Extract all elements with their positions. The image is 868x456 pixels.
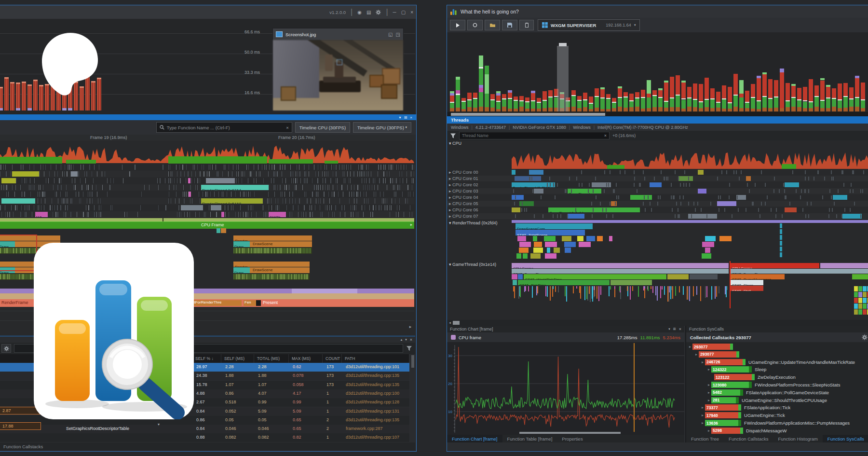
- expand-chevron-icon[interactable]: ▾: [158, 422, 160, 427]
- frame-bar[interactable]: [728, 87, 732, 111]
- timeline-block[interactable]: [717, 201, 736, 206]
- frame-bar[interactable]: [739, 80, 744, 111]
- frame-bar[interactable]: [855, 76, 859, 111]
- frame-bar[interactable]: [681, 81, 686, 111]
- render-sub-block[interactable]: DrawDrawScene: [233, 241, 312, 247]
- core-row-label[interactable]: ▸ CPU Core 06: [449, 207, 478, 212]
- pane-down-icon[interactable]: ▾: [405, 338, 407, 342]
- frame-bar[interactable]: [606, 94, 610, 111]
- expand-arrow-icon[interactable]: ▸: [702, 360, 704, 364]
- timeline-block[interactable]: RenderThread (0x2fd4): [512, 182, 555, 187]
- nested-block[interactable]: [519, 248, 529, 253]
- table-settings-gear-icon[interactable]: [1, 344, 11, 353]
- expand-arrow-icon[interactable]: ▸: [702, 413, 704, 417]
- cpu-frame-chart[interactable]: 302010: [447, 342, 684, 435]
- nested-block[interactable]: [519, 242, 531, 247]
- timeline-block[interactable]: RenderThread 0x54A8: [201, 198, 263, 204]
- frame-scale-strip[interactable]: [0, 218, 414, 221]
- timeline-gpu-button[interactable]: Timeline GPU (30FPS) ▾: [353, 122, 411, 133]
- pump-messages-block[interactable]: STAT_PumpMessages: [731, 274, 785, 279]
- nested-block[interactable]: [545, 242, 557, 247]
- pane-close-icon[interactable]: ×: [410, 337, 412, 342]
- frame-bar[interactable]: [647, 80, 651, 111]
- nested-block[interactable]: [562, 236, 571, 241]
- nested-block[interactable]: [719, 236, 732, 241]
- callstack-bar[interactable]: 293077: [699, 351, 739, 358]
- timeline-block[interactable]: GameThread 0x1e14: [548, 207, 640, 212]
- open-capture-button[interactable]: [485, 20, 500, 30]
- nested-block[interactable]: [544, 236, 556, 241]
- frame-bar[interactable]: [450, 91, 454, 111]
- tree-chip[interactable]: 17.88: [0, 422, 41, 430]
- scroll-right-icon[interactable]: ▸: [407, 324, 413, 330]
- timeline-block[interactable]: [785, 182, 799, 187]
- frame-bar[interactable]: [27, 84, 32, 111]
- nested-block[interactable]: [554, 248, 560, 253]
- frame-bar[interactable]: [514, 97, 518, 111]
- tab-function-chart-frame-[interactable]: Function Chart [frame]: [447, 435, 502, 442]
- callstack-bar[interactable]: 123080: [711, 382, 752, 388]
- frame-bar[interactable]: [768, 79, 773, 111]
- timeline-block[interactable]: [678, 176, 693, 181]
- timeline-block[interactable]: [221, 212, 224, 217]
- expand-arrow-icon[interactable]: ▸: [708, 367, 710, 372]
- tree-row[interactable]: ▸73377FSlateApplication::Tick: [686, 404, 868, 411]
- play-capture-button[interactable]: [450, 20, 465, 30]
- pane-down-icon[interactable]: ▾: [668, 327, 670, 331]
- render-cluster[interactable]: RenderDrawDrawScene: [233, 235, 312, 259]
- core-row-label[interactable]: ▸ CPU Core 00: [449, 170, 478, 175]
- timeline-block[interactable]: GameThread: [568, 189, 601, 193]
- selected-frame-marker[interactable]: [557, 46, 569, 111]
- threads-caption[interactable]: Threads: [447, 116, 868, 124]
- tree-row[interactable]: ▸17940UGameEngine::Tick: [686, 412, 868, 419]
- nested-block[interactable]: [609, 236, 612, 241]
- render-block[interactable]: Render: [233, 235, 312, 241]
- expand-arrow-icon[interactable]: ▸: [708, 383, 710, 387]
- frame-bar[interactable]: [473, 93, 477, 111]
- frame-bar[interactable]: [658, 88, 663, 111]
- timeline-block[interactable]: [534, 189, 543, 193]
- dock-arrow-icon[interactable]: ▾: [399, 115, 401, 120]
- core-row-label[interactable]: ▸ CPU Core 05: [449, 201, 478, 206]
- frame-bar[interactable]: [16, 83, 20, 111]
- frame-bar[interactable]: [600, 87, 605, 111]
- frame-bar[interactable]: [693, 83, 697, 111]
- timeline-block[interactable]: [12, 171, 39, 177]
- cpu-frame-band[interactable]: CPU Frame: [512, 263, 729, 268]
- world-tick-block[interactable]: STAT_WorldTickTime: [524, 274, 666, 279]
- timeline-block[interactable]: [688, 214, 717, 219]
- timeline-block[interactable]: [746, 176, 751, 181]
- timeline-block[interactable]: [529, 170, 543, 175]
- frame-bar[interactable]: [490, 94, 495, 111]
- dock-close-icon[interactable]: ×: [410, 115, 412, 120]
- frame-bar[interactable]: [687, 87, 692, 111]
- frame-bar[interactable]: [479, 55, 483, 111]
- core-row-label[interactable]: ▸ CPU Core 07: [449, 214, 478, 219]
- frame-bar[interactable]: [508, 90, 512, 111]
- column-header[interactable]: MAX (MS): [289, 354, 323, 363]
- timeline-block[interactable]: [736, 195, 746, 200]
- frame-bar[interactable]: [733, 74, 738, 111]
- timeline-block[interactable]: [698, 170, 704, 175]
- tree-row[interactable]: ▸281UGameEngine::ShouldThrottleCPUUsage: [686, 397, 868, 404]
- nested-block[interactable]: [702, 242, 714, 247]
- tab-function-histogram[interactable]: Function Histogram: [773, 435, 822, 442]
- timeline-block[interactable]: [71, 171, 78, 177]
- nested-block[interactable]: [705, 236, 716, 241]
- column-header[interactable]: SELF (MS): [221, 354, 254, 363]
- frame-bar[interactable]: [710, 88, 715, 111]
- function-search-input[interactable]: Type Function Name ... (Ctrl-F) ×: [156, 122, 292, 133]
- popout-icon[interactable]: ◳: [396, 32, 400, 37]
- tree-row[interactable]: ▸124322Sleep: [686, 366, 868, 373]
- nested-block[interactable]: [705, 248, 710, 253]
- stat-chip[interactable]: [518, 274, 523, 279]
- timeline-scrollbar[interactable]: ◂: [447, 320, 868, 326]
- tab-function-table-frame-[interactable]: Function Table [frame]: [502, 435, 557, 442]
- stall-block[interactable]: STAT_Stall: [731, 286, 763, 291]
- frame-bar[interactable]: [652, 90, 657, 111]
- tree-row[interactable]: ▸5482FSlateApplication::PollGameDeviceSt…: [686, 389, 868, 396]
- column-header[interactable]: PATH: [342, 354, 409, 363]
- frame-bar[interactable]: [629, 94, 634, 111]
- threads-dock-caption[interactable]: ▾ ⊞ ×: [0, 114, 416, 120]
- render-sub-block[interactable]: DrawDrawScene: [233, 267, 310, 273]
